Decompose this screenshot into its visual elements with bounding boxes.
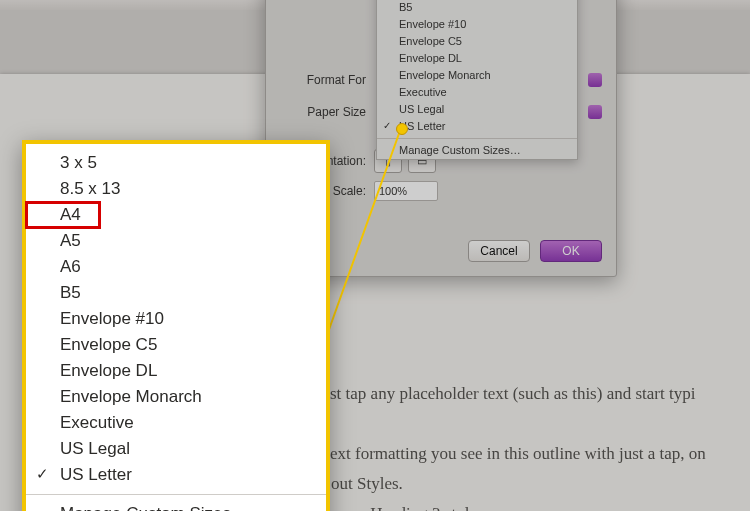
ok-button-label: OK: [562, 244, 579, 258]
paper-size-option[interactable]: 8.5 x 13: [26, 176, 326, 202]
paper-size-option[interactable]: A5: [26, 228, 326, 254]
paper-size-option[interactable]: Envelope C5: [377, 33, 577, 50]
menu-separator: [26, 494, 326, 495]
paper-size-dropdown-zoomed: 3 x 5 8.5 x 13 A4 A5 A6 B5 Envelope #10 …: [22, 140, 330, 511]
paper-size-option[interactable]: US Legal: [26, 436, 326, 462]
paper-size-option[interactable]: Envelope DL: [26, 358, 326, 384]
format-for-label: Format For: [266, 73, 374, 87]
doc-text-line: ext formatting you see in this outline w…: [330, 444, 706, 464]
paper-size-option[interactable]: B5: [26, 280, 326, 306]
scale-value: 100%: [379, 185, 407, 197]
paper-size-option[interactable]: US Legal: [377, 101, 577, 118]
paper-size-option[interactable]: Executive: [26, 410, 326, 436]
paper-size-option[interactable]: 3 x 5: [26, 150, 326, 176]
paper-size-option[interactable]: Envelope #10: [26, 306, 326, 332]
doc-text-line: st tap any placeholder text (such as thi…: [330, 384, 695, 404]
scale-input[interactable]: 100%: [374, 181, 438, 201]
callout-origin-dot: [396, 123, 408, 135]
paper-size-dropdown-indicator[interactable]: [588, 105, 602, 119]
cancel-button-label: Cancel: [480, 244, 517, 258]
paper-size-option[interactable]: B5: [377, 0, 577, 16]
cancel-button[interactable]: Cancel: [468, 240, 530, 262]
paper-size-option[interactable]: Envelope DL: [377, 50, 577, 67]
paper-size-option[interactable]: Envelope Monarch: [377, 67, 577, 84]
paper-size-option-a4-highlighted[interactable]: A4: [26, 202, 100, 228]
paper-size-option-selected[interactable]: US Letter: [26, 462, 326, 488]
paper-size-label: Paper Size: [266, 105, 374, 119]
menu-separator: [377, 138, 577, 139]
paper-size-option[interactable]: Envelope #10: [377, 16, 577, 33]
ok-button[interactable]: OK: [540, 240, 602, 262]
paper-size-option[interactable]: Envelope Monarch: [26, 384, 326, 410]
format-for-dropdown-indicator[interactable]: [588, 73, 602, 87]
paper-size-option[interactable]: A6: [26, 254, 326, 280]
paper-size-option[interactable]: Executive: [377, 84, 577, 101]
paper-size-option[interactable]: Envelope C5: [26, 332, 326, 358]
paper-size-dropdown-menu[interactable]: A6 B5 Envelope #10 Envelope C5 Envelope …: [376, 0, 578, 160]
manage-custom-sizes-option[interactable]: Manage Custom Sizes…: [26, 501, 326, 511]
manage-custom-sizes-option[interactable]: Manage Custom Sizes…: [377, 142, 577, 159]
